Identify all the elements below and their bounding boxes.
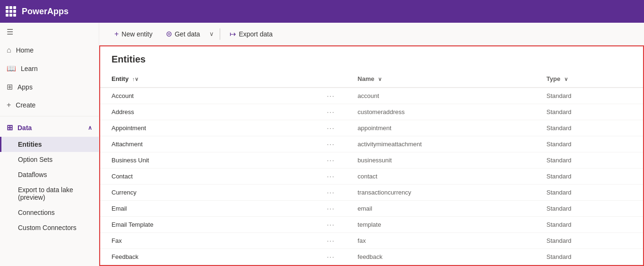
learn-icon: 📖 — [7, 64, 16, 73]
table-row[interactable]: Email ··· email Standard — [100, 201, 643, 217]
sort-name-icon[interactable]: ∨ — [378, 76, 382, 82]
entity-cell-1: Address — [100, 104, 316, 120]
table-row[interactable]: Appointment ··· appointment Standard — [100, 120, 643, 136]
table-header-row: Entity ↑∨ Name ∨ Type ∨ — [100, 71, 643, 88]
get-data-label: Get data — [175, 30, 200, 38]
sidebar-sub-item-dataflows-label: Dataflows — [18, 171, 47, 178]
sidebar-item-apps[interactable]: ⊞ Apps — [0, 78, 99, 96]
sidebar-sub-item-entities-label: Entities — [18, 141, 42, 148]
sidebar-hamburger[interactable]: ☰ — [0, 23, 99, 41]
col-type-label: Type — [547, 75, 560, 82]
sidebar-section-data-label: Data — [17, 124, 32, 132]
table-row[interactable]: Currency ··· transactioncurrency Standar… — [100, 185, 643, 201]
sort-entity-icon[interactable]: ↑∨ — [132, 76, 139, 82]
sidebar-item-learn[interactable]: 📖 Learn — [0, 59, 99, 78]
entity-cell-7: Email — [100, 201, 316, 217]
new-entity-button[interactable]: + New entity — [109, 27, 158, 41]
sort-type-icon[interactable]: ∨ — [564, 76, 568, 82]
content-area: + New entity ⊜ Get data ∨ ↦ Export data … — [99, 23, 644, 266]
export-icon: ↦ — [230, 29, 236, 38]
entity-cell-0: Account — [100, 88, 316, 104]
chevron-down-icon: ∨ — [209, 30, 214, 37]
sidebar-sub-item-option-sets[interactable]: Option Sets — [0, 152, 99, 167]
table-row[interactable]: Fax ··· fax Standard — [100, 233, 643, 249]
col-name-label: Name — [358, 75, 374, 82]
entities-panel: Entities Entity ↑∨ Name ∨ — [99, 45, 644, 266]
table-row[interactable]: Contact ··· contact Standard — [100, 168, 643, 185]
hamburger-icon: ☰ — [7, 27, 13, 36]
type-cell-10: Standard — [535, 249, 643, 265]
sidebar-item-home-label: Home — [16, 46, 34, 54]
new-entity-label: New entity — [121, 30, 152, 38]
table-row[interactable]: Attachment ··· activitymimeattachment St… — [100, 136, 643, 152]
row-menu-dots-4[interactable]: ··· — [316, 152, 346, 168]
type-cell-2: Standard — [535, 120, 643, 136]
entity-cell-3: Attachment — [100, 136, 316, 152]
name-cell-8: template — [346, 217, 535, 233]
sidebar-sub-item-export-data-lake[interactable]: Export to data lake (preview) — [0, 182, 99, 205]
table-row[interactable]: Business Unit ··· businessunit Standard — [100, 152, 643, 168]
name-cell-10: feedback — [346, 249, 535, 265]
entity-cell-4: Business Unit — [100, 152, 316, 168]
entity-cell-2: Appointment — [100, 120, 316, 136]
name-cell-0: account — [346, 88, 535, 104]
get-data-button[interactable]: ⊜ Get data — [160, 27, 206, 41]
sidebar-sub-item-connections[interactable]: Connections — [0, 205, 99, 220]
get-data-chevron-button[interactable]: ∨ — [207, 27, 216, 40]
sidebar-item-home[interactable]: ⌂ Home — [0, 41, 99, 59]
entities-table: Entity ↑∨ Name ∨ Type ∨ — [100, 71, 643, 265]
waffle-menu[interactable] — [6, 6, 16, 17]
sidebar-sub-item-entities[interactable]: Entities — [0, 137, 99, 152]
sidebar-item-apps-label: Apps — [17, 83, 33, 91]
row-menu-dots-7[interactable]: ··· — [316, 201, 346, 217]
entity-cell-5: Contact — [100, 168, 316, 185]
name-cell-3: activitymimeattachment — [346, 136, 535, 152]
toolbar: + New entity ⊜ Get data ∨ ↦ Export data — [99, 23, 644, 45]
row-menu-dots-1[interactable]: ··· — [316, 104, 346, 120]
topbar: PowerApps — [0, 0, 644, 23]
col-header-type[interactable]: Type ∨ — [535, 71, 643, 88]
type-cell-0: Standard — [535, 88, 643, 104]
row-menu-dots-5[interactable]: ··· — [316, 168, 346, 185]
sidebar-divider-1 — [0, 116, 99, 116]
table-row[interactable]: Address ··· customeraddress Standard — [100, 104, 643, 120]
entities-panel-wrapper: Entities Entity ↑∨ Name ∨ — [99, 45, 644, 266]
sidebar-item-learn-label: Learn — [21, 65, 38, 72]
row-menu-dots-10[interactable]: ··· — [316, 249, 346, 265]
name-cell-9: fax — [346, 233, 535, 249]
name-cell-2: appointment — [346, 120, 535, 136]
sidebar-section-data[interactable]: ⊞ Data ∧ — [0, 118, 99, 137]
entity-cell-9: Fax — [100, 233, 316, 249]
row-menu-dots-8[interactable]: ··· — [316, 217, 346, 233]
col-entity-label: Entity — [112, 75, 129, 82]
row-menu-dots-3[interactable]: ··· — [316, 136, 346, 152]
type-cell-4: Standard — [535, 152, 643, 168]
chevron-up-icon: ∧ — [88, 124, 92, 131]
row-menu-dots-0[interactable]: ··· — [316, 88, 346, 104]
export-data-button[interactable]: ↦ Export data — [224, 27, 278, 41]
col-header-entity[interactable]: Entity ↑∨ — [100, 71, 316, 88]
app-title: PowerApps — [22, 7, 69, 17]
entity-cell-6: Currency — [100, 185, 316, 201]
sidebar: ☰ ⌂ Home 📖 Learn ⊞ Apps + Create ⊞ Data … — [0, 23, 99, 266]
toolbar-separator — [220, 28, 220, 40]
data-icon: ⊞ — [7, 123, 13, 132]
table-row[interactable]: Email Template ··· template Standard — [100, 217, 643, 233]
entity-cell-8: Email Template — [100, 217, 316, 233]
sidebar-sub-item-dataflows[interactable]: Dataflows — [0, 167, 99, 182]
table-row[interactable]: Account ··· account Standard — [100, 88, 643, 104]
create-icon: + — [7, 101, 11, 109]
plus-icon: + — [114, 30, 119, 38]
name-cell-4: businessunit — [346, 152, 535, 168]
table-row[interactable]: Feedback ··· feedback Standard — [100, 249, 643, 265]
name-cell-1: customeraddress — [346, 104, 535, 120]
sidebar-sub-item-custom-connectors[interactable]: Custom Connectors — [0, 220, 99, 235]
type-cell-9: Standard — [535, 233, 643, 249]
row-menu-dots-9[interactable]: ··· — [316, 233, 346, 249]
col-header-dots — [316, 71, 346, 88]
col-header-name[interactable]: Name ∨ — [346, 71, 535, 88]
get-data-icon: ⊜ — [166, 29, 172, 38]
row-menu-dots-6[interactable]: ··· — [316, 185, 346, 201]
row-menu-dots-2[interactable]: ··· — [316, 120, 346, 136]
sidebar-item-create[interactable]: + Create — [0, 96, 99, 114]
